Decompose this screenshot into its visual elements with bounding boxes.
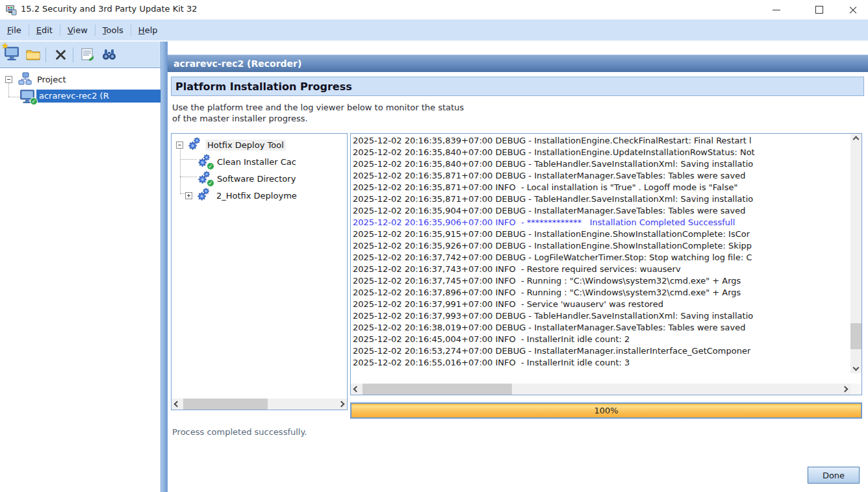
progress-bar: 100% xyxy=(350,402,862,419)
log-line: 2025-12-02 20:16:55,016+07:00 INFO - Ins… xyxy=(353,357,849,369)
folder-icon xyxy=(25,47,41,62)
log-line: 2025-12-02 20:16:35,915+07:00 DEBUG - In… xyxy=(353,228,849,240)
delete-x-icon xyxy=(55,49,66,60)
toolbar-separator xyxy=(45,47,46,62)
tree-item-2-hotfix-deployment[interactable]: 2_Hotfix Deployme xyxy=(185,187,299,204)
log-line: 2025-12-02 20:16:37,896+07:00 INFO - Run… xyxy=(353,287,849,299)
binoculars-icon xyxy=(101,47,117,62)
tree-connector xyxy=(180,177,197,177)
menu-item-view[interactable]: View xyxy=(60,25,95,35)
tree-item-label: Project xyxy=(37,75,66,84)
log-v-scrollbar[interactable] xyxy=(850,134,862,373)
window-titlebar: 15.2 Security and 3rd Party Update Kit 3… xyxy=(0,0,868,19)
collapse-expander-icon[interactable] xyxy=(5,76,12,83)
section-title-bar: Platform Installation Progress xyxy=(171,77,864,96)
maximize-button[interactable] xyxy=(804,0,834,19)
menu-item-edit[interactable]: Edit xyxy=(29,25,60,35)
log-line: 2025-12-02 20:16:37,743+07:00 INFO - Res… xyxy=(353,264,849,275)
done-button[interactable]: Done xyxy=(808,467,860,484)
properties-button[interactable] xyxy=(78,45,97,64)
project-explorer-panel: ★ xyxy=(0,42,160,492)
scrollbar-thumb[interactable] xyxy=(850,323,862,349)
tree-item-software-directory[interactable]: ✓ Software Directory xyxy=(197,170,298,187)
tree-item-recorder[interactable]: ✓ acrarevc-rec2 (R xyxy=(19,89,160,103)
main-content: acrarevc-rec2 (Recorder) Platform Instal… xyxy=(168,42,868,492)
scroll-left-button[interactable] xyxy=(172,399,183,410)
properties-icon xyxy=(80,47,96,62)
log-line: 2025-12-02 20:16:35,840+07:00 DEBUG - Ta… xyxy=(353,158,849,170)
minimize-button[interactable] xyxy=(761,0,791,19)
platform-tree-h-scrollbar[interactable] xyxy=(172,399,347,410)
log-line: 2025-12-02 20:16:53,274+07:00 DEBUG - In… xyxy=(353,345,849,357)
scroll-down-button[interactable] xyxy=(850,362,862,373)
log-line: 2025-12-02 20:16:37,991+07:00 INFO - Ser… xyxy=(353,299,849,310)
tree-item-label: Clean Installer Cac xyxy=(215,156,298,167)
success-badge-icon: ✓ xyxy=(207,179,214,187)
tree-connector xyxy=(180,147,181,193)
log-viewer-panel: 2025-12-02 20:16:35,839+07:00 DEBUG - In… xyxy=(350,133,862,395)
menubar: File Edit View Tools Help xyxy=(0,19,868,41)
log-line: 2025-12-02 20:16:45,004+07:00 INFO - Ins… xyxy=(353,334,849,345)
open-folder-button[interactable] xyxy=(23,45,43,64)
gears-icon xyxy=(196,188,212,203)
status-text: Process completed successfully. xyxy=(172,427,307,437)
log-line: 2025-12-02 20:16:35,906+07:00 INFO - ***… xyxy=(353,217,849,228)
log-line: 2025-12-02 20:16:37,742+07:00 DEBUG - Lo… xyxy=(353,252,849,264)
tree-item-label: Hotfix Deploy Tool xyxy=(205,140,286,151)
log-line: 2025-12-02 20:16:37,993+07:00 DEBUG - Ta… xyxy=(353,310,849,322)
scrollbar-corner xyxy=(850,384,862,395)
log-line: 2025-12-02 20:16:35,839+07:00 DEBUG - In… xyxy=(353,135,849,147)
tree-item-hotfix-deploy-tool[interactable]: Hotfix Deploy Tool xyxy=(176,136,286,153)
log-line: 2025-12-02 20:16:35,871+07:00 DEBUG - In… xyxy=(353,170,849,182)
success-badge-icon: ✓ xyxy=(207,162,214,170)
panel-splitter[interactable] xyxy=(160,42,168,492)
log-h-scrollbar[interactable] xyxy=(351,384,850,395)
project-tree: Project ✓ acrarevc-rec2 (R xyxy=(0,68,160,492)
find-button[interactable] xyxy=(99,45,119,64)
tree-item-project[interactable]: Project xyxy=(5,72,66,86)
toolbar-separator xyxy=(73,47,73,62)
progress-label: 100% xyxy=(594,406,618,415)
log-line: 2025-12-02 20:16:35,840+07:00 DEBUG - In… xyxy=(353,147,849,158)
new-recorder-button[interactable]: ★ xyxy=(2,45,21,64)
log-lines: 2025-12-02 20:16:35,839+07:00 DEBUG - In… xyxy=(353,135,849,382)
close-button[interactable] xyxy=(838,0,868,19)
scroll-left-button[interactable] xyxy=(351,384,362,395)
tree-item-clean-installer-cache[interactable]: ✓ Clean Installer Cac xyxy=(197,153,298,170)
project-toolbar: ★ xyxy=(0,42,160,68)
menu-item-help[interactable]: Help xyxy=(131,25,165,35)
content-header-title: acrarevc-rec2 (Recorder) xyxy=(173,58,301,69)
star-icon: ★ xyxy=(1,41,9,51)
section-title-text: Platform Installation Progress xyxy=(175,80,352,93)
description-text: Use the platform tree and the log viewer… xyxy=(172,102,464,124)
org-chart-icon xyxy=(18,71,33,87)
log-line: 2025-12-02 20:16:35,871+07:00 DEBUG - Ta… xyxy=(353,193,849,205)
log-line: 2025-12-02 20:16:35,926+07:00 DEBUG - In… xyxy=(353,240,849,252)
menu-item-file[interactable]: File xyxy=(0,25,29,35)
log-line: 2025-12-02 20:16:35,904+07:00 DEBUG - In… xyxy=(353,205,849,217)
content-header: acrarevc-rec2 (Recorder) xyxy=(168,55,868,72)
tree-connector xyxy=(180,159,197,160)
scrollbar-thumb[interactable] xyxy=(183,399,268,410)
scroll-right-button[interactable] xyxy=(839,384,850,395)
gears-icon xyxy=(187,137,203,153)
success-badge-icon: ✓ xyxy=(30,97,38,105)
delete-button[interactable] xyxy=(51,45,70,64)
scrollbar-thumb[interactable] xyxy=(363,384,512,395)
tree-item-label-selected: acrarevc-rec2 (R xyxy=(36,90,160,103)
tree-item-label: Software Directory xyxy=(215,173,298,184)
expand-expander-icon[interactable] xyxy=(185,192,192,199)
collapse-expander-icon[interactable] xyxy=(176,141,183,149)
log-line: 2025-12-02 20:16:37,745+07:00 INFO - Run… xyxy=(353,275,849,287)
scroll-up-button[interactable] xyxy=(850,134,862,145)
window-title: 15.2 Security and 3rd Party Update Kit 3… xyxy=(21,4,198,14)
scroll-right-button[interactable] xyxy=(336,399,347,410)
log-line: 2025-12-02 20:16:35,871+07:00 INFO - Loc… xyxy=(353,182,849,193)
tree-item-label: 2_Hotfix Deployme xyxy=(214,190,299,201)
menu-item-tools[interactable]: Tools xyxy=(96,25,131,35)
app-icon xyxy=(5,4,17,16)
platform-tree-panel: Hotfix Deploy Tool ✓ Clean Installer Cac… xyxy=(171,133,348,410)
tree-connector xyxy=(8,97,20,97)
log-line: 2025-12-02 20:16:38,019+07:00 DEBUG - In… xyxy=(353,322,849,334)
done-button-label: Done xyxy=(823,471,845,480)
